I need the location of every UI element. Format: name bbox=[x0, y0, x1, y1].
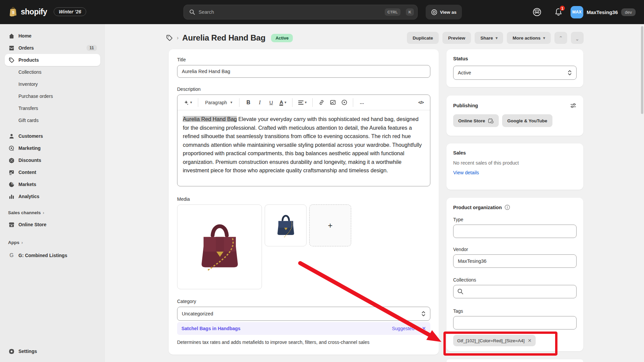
schedule-calendar-icon bbox=[488, 118, 494, 124]
status-card: Status Active bbox=[446, 49, 583, 87]
sidebar-item-customers[interactable]: Customers bbox=[5, 130, 100, 142]
italic-button[interactable]: I bbox=[255, 97, 265, 108]
add-media-button[interactable]: + bbox=[309, 204, 351, 246]
sidebar-item-purchase-orders[interactable]: Purchase orders bbox=[5, 90, 100, 102]
category-value: Uncategorized bbox=[182, 311, 213, 316]
tags-input[interactable] bbox=[453, 316, 577, 329]
underline-button[interactable]: U bbox=[266, 97, 276, 108]
sidebar-label: Marketing bbox=[18, 145, 41, 151]
preview-button[interactable]: Preview bbox=[442, 32, 471, 44]
dev-badge: dev bbox=[621, 8, 636, 16]
view-details-link[interactable]: View details bbox=[453, 170, 577, 175]
vendor-input[interactable] bbox=[453, 254, 577, 268]
apps-header[interactable]: Apps › bbox=[5, 236, 100, 248]
paragraph-style-dropdown[interactable]: Paragraph ▾ bbox=[202, 97, 236, 108]
duplicate-button[interactable]: Duplicate bbox=[407, 32, 439, 44]
editor-toolbar: ▾ Paragraph ▾ B I U A ▾ ▾ bbox=[177, 95, 430, 110]
sidebar-item-marketing[interactable]: Marketing bbox=[5, 142, 100, 154]
media-label: Media bbox=[177, 196, 430, 202]
channel-google-youtube[interactable]: Google & YouTube bbox=[502, 114, 552, 127]
notification-count-badge: 1 bbox=[559, 5, 566, 11]
dismiss-suggestion-icon[interactable]: ✕ bbox=[422, 325, 426, 331]
select-stepper-icon bbox=[421, 311, 426, 317]
sidebar-item-collections[interactable]: Collections bbox=[5, 66, 100, 78]
suggested-category-link[interactable]: Satchel Bags in Handbags bbox=[181, 326, 240, 331]
more-actions-button[interactable]: More actions▾ bbox=[507, 32, 551, 44]
publishing-card: Publishing Online Store Google bbox=[446, 96, 583, 136]
manage-publishing-icon[interactable] bbox=[570, 102, 577, 109]
insert-link-button[interactable] bbox=[316, 97, 326, 108]
text-color-button[interactable]: A ▾ bbox=[277, 97, 288, 108]
product-tag-icon[interactable] bbox=[166, 34, 173, 42]
sidebar-item-settings[interactable]: Settings bbox=[5, 345, 100, 357]
previous-product-button[interactable]: ⌃ bbox=[554, 32, 567, 44]
global-search-bar[interactable]: Search CTRL K bbox=[183, 5, 418, 19]
highlighted-text: Aurelia Red Hand Bag bbox=[183, 116, 237, 122]
sidebar-item-products[interactable]: Products bbox=[5, 54, 100, 66]
sidebar-item-inventory[interactable]: Inventory bbox=[5, 78, 100, 90]
share-button[interactable]: Share▾ bbox=[475, 32, 503, 44]
products-tag-icon bbox=[8, 57, 15, 63]
user-avatar[interactable]: MAX bbox=[571, 6, 583, 18]
media-thumbnail-red-bag[interactable] bbox=[177, 204, 262, 289]
description-textarea[interactable]: Aurelia Red Hand Bag Elevate your everyd… bbox=[177, 110, 430, 186]
sidebar-item-analytics[interactable]: Analytics bbox=[5, 190, 100, 202]
sidebar-item-transfers[interactable]: Transfers bbox=[5, 102, 100, 114]
collections-input[interactable] bbox=[453, 285, 577, 298]
shortcut-k-key: K bbox=[406, 8, 414, 16]
sidebar-item-content[interactable]: Content bbox=[5, 166, 100, 178]
type-input[interactable] bbox=[453, 225, 577, 238]
view-as-button[interactable]: View as bbox=[426, 5, 462, 19]
remove-tag-icon[interactable]: ✕ bbox=[528, 338, 532, 343]
sales-card: Sales No recent sales of this product Vi… bbox=[446, 143, 583, 190]
category-select[interactable]: Uncategorized bbox=[177, 307, 430, 321]
alignment-button[interactable]: ▾ bbox=[296, 97, 309, 108]
scrollbar-thumb[interactable] bbox=[641, 26, 643, 114]
sidebar-item-online-store[interactable]: Online Store bbox=[5, 219, 100, 231]
assistant-icon[interactable] bbox=[532, 7, 542, 17]
show-html-button[interactable]: </> bbox=[416, 97, 426, 108]
shopify-logo[interactable]: S shopify Winter ’26 bbox=[9, 7, 86, 17]
product-organization-card: Product organization Type Vendor Collect… bbox=[446, 198, 583, 351]
ai-assist-button[interactable]: ▾ bbox=[181, 97, 194, 108]
page-title: Aurelia Red Hand Bag bbox=[182, 33, 265, 43]
publishing-channels: Online Store Google & YouTube bbox=[453, 114, 577, 127]
next-product-button[interactable]: ⌄ bbox=[571, 32, 584, 44]
suggested-label: Suggested bbox=[392, 326, 414, 331]
user-name[interactable]: MaxTesing36 bbox=[587, 9, 618, 15]
sidebar-label: Settings bbox=[18, 349, 37, 354]
view-as-label: View as bbox=[440, 10, 457, 15]
sidebar-item-markets[interactable]: $ Markets bbox=[5, 178, 100, 190]
sidebar-item-discounts[interactable]: Discounts bbox=[5, 154, 100, 166]
chevron-down-icon: ▾ bbox=[543, 36, 545, 40]
page-header: › Aurelia Red Hand Bag Active Duplicate … bbox=[166, 31, 584, 45]
type-label: Type bbox=[453, 217, 577, 222]
suggested-category-row: Satchel Bags in Handbags Suggested ✕ bbox=[177, 322, 430, 335]
vendor-label: Vendor bbox=[453, 247, 577, 252]
sidebar-item-combined-listings[interactable]: G G: Combined Listings bbox=[5, 249, 100, 261]
description-label: Description bbox=[177, 86, 430, 92]
orders-count-badge: 11 bbox=[87, 45, 97, 51]
sidebar-item-gift-cards[interactable]: Gift cards bbox=[5, 114, 100, 126]
bold-button[interactable]: B bbox=[243, 97, 253, 108]
insert-video-button[interactable] bbox=[339, 97, 349, 108]
channel-online-store[interactable]: Online Store bbox=[453, 114, 499, 127]
media-thumbnail-blue-bag[interactable] bbox=[265, 204, 307, 246]
sidebar-item-orders[interactable]: Orders 11 bbox=[5, 42, 100, 54]
sidebar-label: Online Store bbox=[18, 222, 46, 227]
sidebar-label: Transfers bbox=[18, 106, 38, 111]
tags-label: Tags bbox=[453, 308, 577, 314]
toolbar-divider bbox=[353, 98, 353, 107]
info-icon[interactable] bbox=[504, 204, 510, 210]
notifications-button[interactable]: 1 bbox=[554, 8, 562, 16]
title-input[interactable] bbox=[177, 65, 430, 78]
toolbar-divider bbox=[312, 98, 313, 107]
insert-image-button[interactable] bbox=[328, 97, 338, 108]
toolbar-more-button[interactable]: … bbox=[357, 97, 367, 108]
status-select[interactable]: Active bbox=[453, 66, 577, 80]
search-icon bbox=[189, 9, 195, 15]
description-editor: ▾ Paragraph ▾ B I U A ▾ ▾ bbox=[177, 95, 430, 186]
sidebar-item-home[interactable]: Home bbox=[5, 30, 100, 42]
analytics-icon bbox=[8, 193, 15, 200]
sales-channels-header[interactable]: Sales channels › bbox=[5, 206, 100, 219]
